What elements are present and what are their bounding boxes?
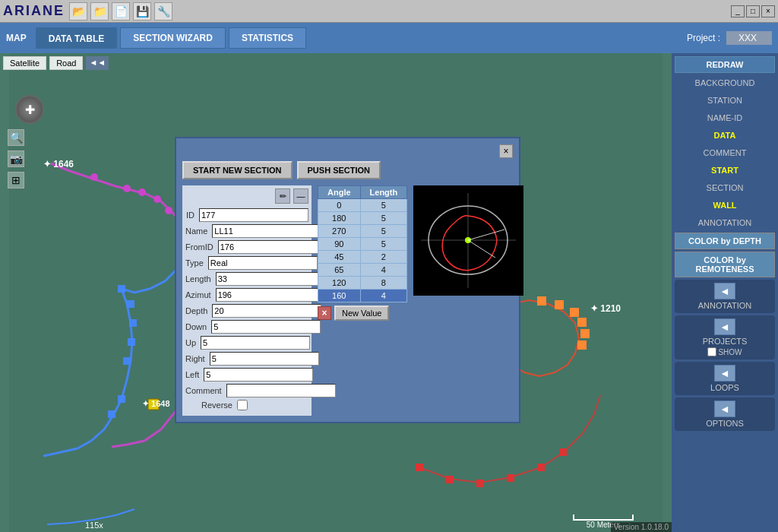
modal-actions: START NEW SECTION PUSH SECTION bbox=[182, 161, 513, 179]
svg-rect-4 bbox=[129, 319, 137, 327]
fromid-input[interactable] bbox=[218, 240, 327, 254]
fromid-label: FromID bbox=[185, 242, 218, 252]
camera-icon[interactable]: 📷 bbox=[8, 150, 24, 167]
title-bar: ARIANE 📂 📁 📄 💾 🔧 _ □ × bbox=[0, 0, 778, 23]
pan-icon[interactable]: 🔍 bbox=[8, 129, 24, 146]
length-cell: 5 bbox=[360, 212, 407, 225]
wall-button[interactable]: WALL bbox=[675, 198, 775, 213]
projects-show-checkbox[interactable] bbox=[707, 347, 716, 356]
azimut-input[interactable] bbox=[216, 288, 325, 302]
right-label: Right bbox=[185, 354, 210, 363]
reverse-label: Reverse bbox=[185, 401, 237, 410]
color-by-remoteness-button[interactable]: COLOR by REMOTENESS bbox=[675, 252, 775, 277]
length-cell: 5 bbox=[360, 238, 407, 251]
start-new-section-button[interactable]: START NEW SECTION bbox=[182, 161, 293, 179]
map-area: ✦ 1646 ✦ 1210 ✦ 1648 115x Satellite Road… bbox=[0, 53, 672, 532]
table-row[interactable]: 65 4 bbox=[318, 264, 407, 277]
station-button[interactable]: STATION bbox=[675, 93, 775, 108]
angle-cell: 180 bbox=[318, 212, 361, 225]
up-input[interactable] bbox=[201, 336, 310, 350]
folder-icon[interactable]: 📁 bbox=[90, 2, 109, 21]
right-sidebar: REDRAW BACKGROUND STATION NAME-ID DATA C… bbox=[672, 53, 778, 532]
delete-row-button[interactable]: × bbox=[318, 306, 331, 320]
push-section-button[interactable]: PUSH SECTION bbox=[297, 161, 381, 179]
color-by-depth-button[interactable]: COLOR by DEPTH bbox=[675, 233, 775, 249]
minimize-button[interactable]: _ bbox=[731, 5, 745, 17]
depth-label: Depth bbox=[185, 306, 212, 315]
length-input[interactable] bbox=[216, 272, 325, 286]
reverse-checkbox[interactable] bbox=[237, 400, 248, 410]
maximize-button[interactable]: □ bbox=[746, 5, 760, 17]
section-button[interactable]: SECTION bbox=[675, 180, 775, 195]
depth-input[interactable] bbox=[212, 304, 321, 318]
annotation-chevron-button[interactable]: ◄ bbox=[714, 283, 735, 299]
project-label: Project : bbox=[687, 33, 720, 43]
right-input[interactable] bbox=[210, 352, 319, 366]
annotation-button[interactable]: ANNOTATION bbox=[675, 215, 775, 230]
layers-icon[interactable]: ⊞ bbox=[8, 172, 24, 188]
tab-section-wizard[interactable]: SECTION WIZARD bbox=[120, 27, 226, 49]
svg-rect-2 bbox=[118, 285, 125, 293]
data-button[interactable]: DATA bbox=[675, 128, 775, 143]
road-button[interactable]: Road bbox=[49, 56, 83, 70]
map-nav-label: MAP bbox=[6, 33, 27, 43]
id-input[interactable] bbox=[199, 208, 308, 222]
loops-chevron-button[interactable]: ◄ bbox=[714, 365, 735, 382]
length-row: Length bbox=[185, 272, 308, 286]
minus-icon[interactable]: — bbox=[293, 188, 308, 204]
length-cell: 2 bbox=[360, 251, 407, 264]
close-button[interactable]: × bbox=[761, 5, 775, 17]
main-area: ✦ 1646 ✦ 1210 ✦ 1648 115x Satellite Road… bbox=[0, 53, 778, 532]
edit-icon[interactable]: ✏ bbox=[275, 188, 290, 204]
svg-text:115x: 115x bbox=[85, 521, 103, 530]
angle-cell: 270 bbox=[318, 225, 361, 238]
type-label: Type bbox=[185, 258, 208, 268]
table-row[interactable]: 120 8 bbox=[318, 277, 407, 290]
left-input[interactable] bbox=[204, 368, 313, 382]
comment-button[interactable]: COMMENT bbox=[675, 145, 775, 160]
svg-rect-12 bbox=[570, 308, 579, 317]
name-id-button[interactable]: NAME-ID bbox=[675, 110, 775, 125]
name-input[interactable] bbox=[212, 224, 321, 238]
background-button[interactable]: BACKGROUND bbox=[675, 75, 775, 90]
type-input[interactable] bbox=[208, 256, 318, 270]
fromid-row: FromID bbox=[185, 240, 308, 254]
svg-point-22 bbox=[90, 173, 98, 181]
redraw-button[interactable]: REDRAW bbox=[675, 56, 775, 73]
wall-data-table-panel: Angle Length 0 5 180 5 bbox=[318, 185, 407, 416]
new-value-button[interactable]: New Value bbox=[334, 306, 389, 321]
down-label: Down bbox=[185, 322, 211, 331]
annotation-group: ◄ ANNOTATION bbox=[675, 280, 775, 313]
open-folder-icon[interactable]: 📂 bbox=[69, 2, 87, 21]
down-input[interactable] bbox=[211, 320, 321, 334]
table-row[interactable]: 90 5 bbox=[318, 238, 407, 251]
comment-label: Comment bbox=[185, 386, 226, 395]
table-row[interactable]: 160 4 bbox=[318, 290, 407, 302]
satellite-button[interactable]: Satellite bbox=[3, 56, 46, 70]
save-icon[interactable]: 💾 bbox=[133, 2, 151, 21]
table-row[interactable]: 45 2 bbox=[318, 251, 407, 264]
projects-chevron-button[interactable]: ◄ bbox=[714, 318, 735, 335]
modal-close-button[interactable]: × bbox=[499, 144, 513, 158]
loops-group: ◄ LOOPS bbox=[675, 362, 775, 395]
table-row[interactable]: 270 5 bbox=[318, 225, 407, 238]
new-doc-icon[interactable]: 📄 bbox=[112, 2, 130, 21]
options-chevron-button[interactable]: ◄ bbox=[714, 401, 735, 417]
length-cell: 5 bbox=[360, 225, 407, 238]
svg-point-23 bbox=[123, 185, 131, 192]
tab-data-table[interactable]: DATA TABLE bbox=[36, 27, 118, 49]
loops-group-label: LOOPS bbox=[710, 383, 739, 392]
up-label: Up bbox=[185, 338, 201, 347]
length-label: Length bbox=[185, 274, 216, 283]
table-row[interactable]: 180 5 bbox=[318, 212, 407, 225]
section-form: ✏ — ID Name FromID bbox=[182, 185, 312, 416]
svg-rect-10 bbox=[537, 296, 546, 306]
collapse-button[interactable]: ◄◄ bbox=[86, 56, 109, 70]
angle-cell: 120 bbox=[318, 277, 361, 290]
svg-text:✦ 1646: ✦ 1646 bbox=[43, 159, 74, 169]
start-button[interactable]: START bbox=[675, 163, 775, 178]
settings-icon[interactable]: 🔧 bbox=[154, 2, 172, 21]
tab-statistics[interactable]: STATISTICS bbox=[229, 27, 306, 49]
options-group: ◄ OPTIONS bbox=[675, 397, 775, 431]
table-row[interactable]: 0 5 bbox=[318, 199, 407, 212]
